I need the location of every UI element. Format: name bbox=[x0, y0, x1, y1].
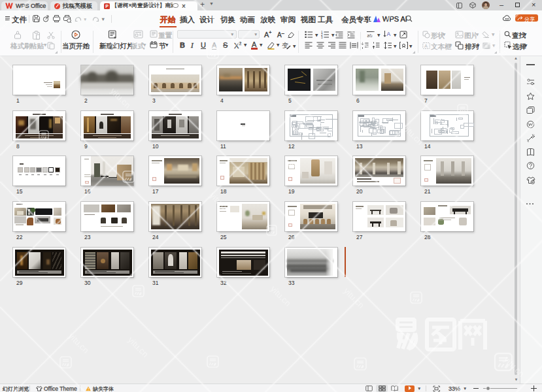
svg-text:变: 变 bbox=[282, 42, 288, 49]
svg-text:ab: ab bbox=[367, 33, 373, 38]
svg-text:A: A bbox=[424, 43, 428, 49]
svg-text:3: 3 bbox=[321, 36, 323, 39]
svg-text:A: A bbox=[387, 31, 391, 37]
svg-text:P: P bbox=[105, 4, 109, 8]
